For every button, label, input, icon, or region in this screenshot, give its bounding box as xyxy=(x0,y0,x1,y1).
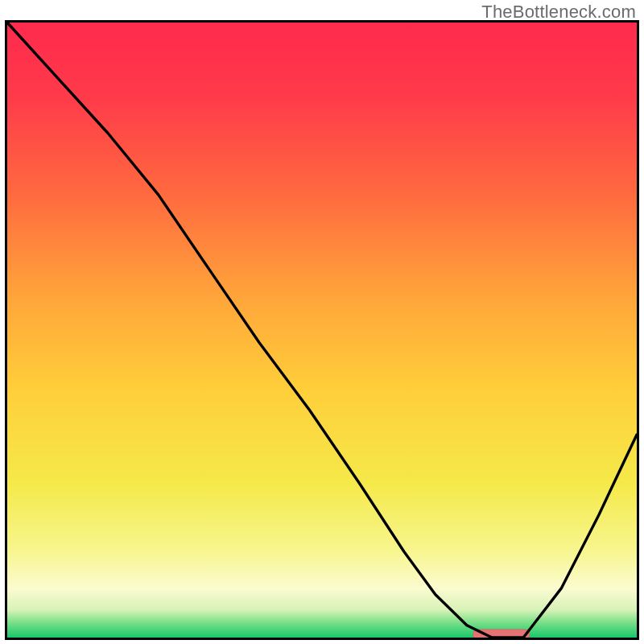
bottleneck-plot-svg xyxy=(5,20,639,640)
watermark-text: TheBottleneck.com xyxy=(481,2,636,23)
gradient-background xyxy=(7,23,637,638)
plot-area xyxy=(5,20,639,640)
chart-container: TheBottleneck.com xyxy=(0,0,644,644)
